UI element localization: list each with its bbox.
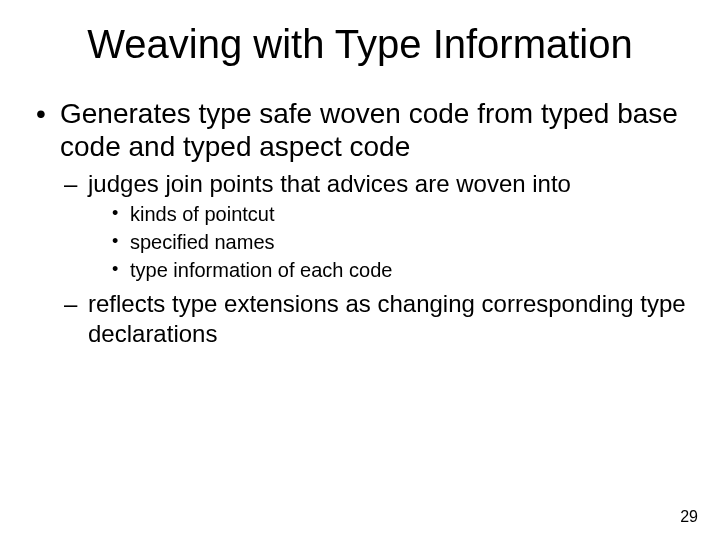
bullet-text: reflects type extensions as changing cor… bbox=[88, 290, 686, 346]
bullet-item: reflects type extensions as changing cor… bbox=[60, 289, 690, 348]
bullet-text: judges join points that advices are wove… bbox=[88, 170, 571, 197]
page-number: 29 bbox=[680, 508, 698, 526]
slide-title: Weaving with Type Information bbox=[0, 0, 720, 67]
bullet-text: Generates type safe woven code from type… bbox=[60, 98, 678, 162]
bullet-item: kinds of pointcut bbox=[108, 202, 690, 227]
bullet-text: type information of each code bbox=[130, 259, 392, 281]
bullet-text: specified names bbox=[130, 231, 275, 253]
bullet-item: type information of each code bbox=[108, 258, 690, 283]
bullet-item: Generates type safe woven code from type… bbox=[30, 97, 690, 348]
slide: Weaving with Type Information Generates … bbox=[0, 0, 720, 540]
bullet-item: specified names bbox=[108, 230, 690, 255]
bullet-text: kinds of pointcut bbox=[130, 203, 275, 225]
bullet-list-level3: kinds of pointcut specified names type i… bbox=[88, 202, 690, 283]
bullet-item: judges join points that advices are wove… bbox=[60, 169, 690, 283]
bullet-list-level1: Generates type safe woven code from type… bbox=[30, 97, 690, 348]
bullet-list-level2: judges join points that advices are wove… bbox=[60, 169, 690, 348]
slide-body: Generates type safe woven code from type… bbox=[0, 67, 720, 348]
